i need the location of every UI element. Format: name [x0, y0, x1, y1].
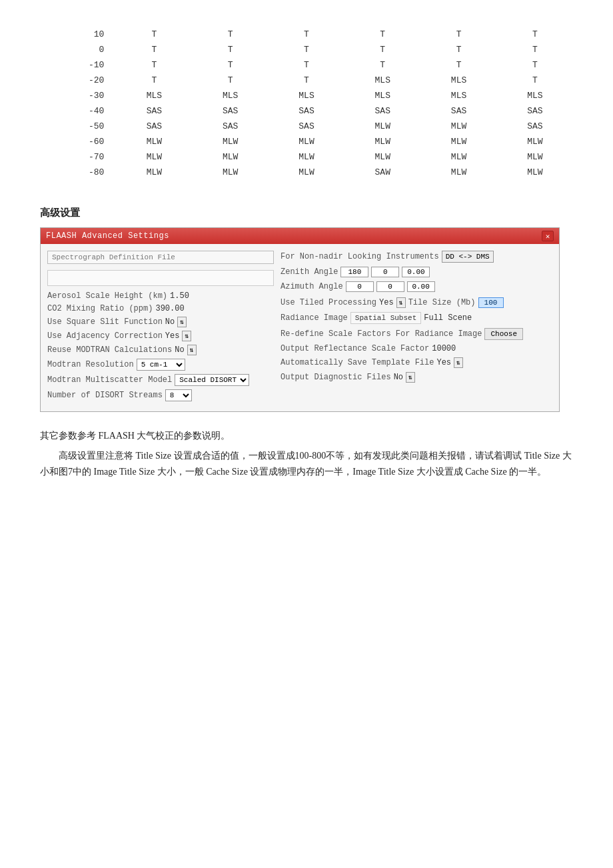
table-cell: SAS — [497, 119, 573, 134]
spatial-subset-box: Spatial Subset — [350, 312, 421, 324]
table-cell: MLW — [344, 134, 420, 149]
aerosol-value: 1.50 — [170, 291, 189, 301]
flaash-dialog: FLAASH Advanced Settings ✕ Aerosol Scale… — [40, 227, 560, 412]
non-nadir-label: For Non-nadir Looking Instruments — [281, 252, 439, 261]
multiscatter-select[interactable]: Scaled DISORT DISORT Isaac — [175, 374, 249, 386]
co2-label: CO2 Mixing Ratio (ppm) — [47, 304, 153, 313]
table-cell: MLW — [344, 119, 420, 134]
table-row: -60MLWMLWMLWMLWMLWMLW — [40, 134, 573, 149]
dialog-close-button[interactable]: ✕ — [542, 231, 554, 241]
table-cell: MLW — [497, 149, 573, 165]
output-reflectance-label: Output Reflectance Scale Factor — [281, 344, 429, 353]
auto-save-value: Yes — [436, 358, 451, 367]
azimuth-input3[interactable] — [407, 281, 435, 292]
reuse-toggle[interactable]: ⇅ — [187, 345, 197, 355]
choose-button[interactable]: Choose — [484, 328, 523, 340]
table-cell: MLW — [193, 134, 269, 149]
row-label: -70 — [40, 149, 116, 165]
table-cell: T — [193, 73, 269, 88]
table-row: -40SASSASSASSASSASSAS — [40, 103, 573, 119]
modtran-res-row: Modtran Resolution 5 cm-1 15 cm-1 — [47, 359, 274, 371]
row-label: -20 — [40, 73, 116, 88]
table-cell: MLW — [269, 134, 344, 149]
table-cell: T — [116, 73, 192, 88]
output-diag-value: No — [394, 373, 403, 382]
description-text: 其它参数参考 FLAASH 大气校正的参数说明。 高级设置里注意将 Title … — [40, 428, 573, 479]
auto-save-label: Automatically Save Template File — [281, 358, 434, 367]
table-cell: MLS — [193, 88, 269, 103]
zenith-input2[interactable] — [371, 267, 399, 277]
table-cell: T — [420, 27, 496, 42]
azimuth-input1[interactable] — [346, 281, 374, 292]
azimuth-input2[interactable] — [376, 281, 404, 292]
tiled-label: Use Tiled Processing — [281, 298, 376, 307]
zenith-input3[interactable] — [402, 267, 430, 277]
non-nadir-row: For Non-nadir Looking Instruments DD <->… — [281, 251, 552, 263]
description-line1: 其它参数参考 FLAASH 大气校正的参数说明。 — [40, 428, 573, 444]
adjacency-label: Use Adjacency Correction — [47, 331, 163, 341]
disort-streams-select[interactable]: 8 2 4 16 — [165, 389, 192, 401]
dialog-right-panel: For Non-nadir Looking Instruments DD <->… — [281, 251, 552, 405]
dialog-body: Aerosol Scale Height (km) 1.50 CO2 Mixin… — [41, 244, 559, 411]
tiled-toggle[interactable]: ⇅ — [396, 297, 406, 308]
row-label: -10 — [40, 57, 116, 73]
table-cell: SAS — [269, 103, 344, 119]
output-diag-toggle[interactable]: ⇅ — [406, 372, 415, 383]
spectrograph-row — [47, 251, 274, 267]
row-label: -40 — [40, 103, 116, 119]
table-cell: T — [193, 42, 269, 57]
dialog-title: FLAASH Advanced Settings — [46, 231, 169, 241]
table-cell: MLS — [269, 88, 344, 103]
azimuth-label: Azimuth Angle — [281, 282, 343, 291]
table-cell: MLW — [269, 165, 344, 180]
zenith-input1[interactable] — [340, 267, 368, 277]
table-cell: T — [497, 73, 573, 88]
adjacency-toggle[interactable]: ⇅ — [182, 331, 191, 341]
auto-save-row: Automatically Save Template File Yes ⇅ — [281, 357, 552, 368]
table-cell: MLW — [193, 149, 269, 165]
table-cell: T — [269, 57, 344, 73]
square-slit-toggle[interactable]: ⇅ — [177, 317, 187, 327]
zenith-label: Zenith Angle — [281, 267, 338, 277]
table-cell: SAS — [344, 103, 420, 119]
table-row: -50SASSASSASMLWMLWSAS — [40, 119, 573, 134]
output-reflectance-value: 10000 — [432, 344, 456, 353]
square-slit-value: No — [165, 317, 175, 327]
row-label: -60 — [40, 134, 116, 149]
dialog-titlebar: FLAASH Advanced Settings ✕ — [41, 228, 559, 244]
table-row: 10TTTTTT — [40, 27, 573, 42]
zenith-row: Zenith Angle — [281, 267, 552, 277]
redefine-label: Re-define Scale Factors For Radiance Ima… — [281, 329, 482, 339]
modtran-res-select[interactable]: 5 cm-1 15 cm-1 — [137, 359, 185, 371]
adjacency-value: Yes — [165, 331, 180, 341]
table-cell: T — [344, 42, 420, 57]
tile-size-input[interactable] — [478, 297, 504, 308]
table-cell: T — [269, 73, 344, 88]
section-heading: 高级设置 — [40, 207, 573, 219]
spectrograph-input[interactable] — [47, 251, 274, 264]
table-cell: MLS — [344, 73, 420, 88]
table-row: -10TTTTTT — [40, 57, 573, 73]
table-cell: MLW — [420, 165, 496, 180]
table-cell: MLW — [269, 149, 344, 165]
dd-dms-button[interactable]: DD <-> DMS — [442, 251, 494, 263]
multiscatter-row: Modtran Multiscatter Model Scaled DISORT… — [47, 374, 274, 386]
table-cell: T — [344, 57, 420, 73]
reuse-value: No — [175, 345, 184, 355]
table-cell: T — [420, 57, 496, 73]
aerosol-label: Aerosol Scale Height (km) — [47, 291, 167, 301]
multiscatter-label: Modtran Multiscatter Model — [47, 375, 172, 385]
table-cell: MLW — [497, 134, 573, 149]
adjacency-row: Use Adjacency Correction Yes ⇅ — [47, 331, 274, 341]
table-cell: T — [116, 27, 192, 42]
table-row: -70MLWMLWMLWMLWMLWMLW — [40, 149, 573, 165]
table-row: -80MLWMLWMLWSAWMLWMLW — [40, 165, 573, 180]
table-cell: MLS — [420, 73, 496, 88]
auto-save-toggle[interactable]: ⇅ — [454, 357, 463, 368]
table-cell: T — [269, 42, 344, 57]
row-label: 0 — [40, 42, 116, 57]
tile-size-label: Tile Size (Mb) — [408, 298, 476, 307]
table-cell: T — [344, 27, 420, 42]
radiance-row: Radiance Image Spatial Subset Full Scene — [281, 312, 552, 324]
table-cell: SAS — [497, 103, 573, 119]
